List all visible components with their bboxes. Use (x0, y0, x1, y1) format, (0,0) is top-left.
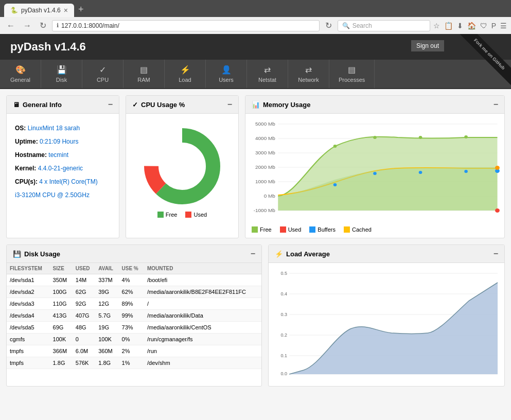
reader-icon[interactable]: 📋 (444, 22, 453, 30)
bookmark-star-icon[interactable]: ☆ (433, 22, 440, 30)
table-cell: 1.8G (95, 357, 118, 369)
load-chart-container: 0.5 0.4 0.3 0.2 0.1 0.0 (269, 263, 504, 386)
disk-header: 💾 Disk Usage − (7, 245, 261, 263)
app-header: pyDash v1.4.6 Sign out Fork me on GitHub (0, 34, 511, 60)
shield-icon[interactable]: 🛡 (480, 22, 487, 30)
cpu-model-row: i3-3120M CPU @ 2.50GHz (15, 189, 111, 201)
general-info-minimize[interactable]: − (108, 100, 113, 109)
tab-disk[interactable]: 💾 Disk (41, 60, 82, 88)
table-cell: /run (144, 345, 261, 357)
os-label: OS: (15, 125, 26, 132)
search-box[interactable]: 🔍 Search (338, 20, 430, 31)
table-cell: 99% (119, 310, 144, 322)
kernel-row: Kernel: 4.4.0-21-generic (15, 162, 111, 174)
tab-ram-label: RAM (137, 77, 150, 83)
memory-end-dot (495, 208, 500, 213)
download-icon[interactable]: ⬇ (457, 22, 463, 30)
pocket-icon[interactable]: P (491, 22, 496, 30)
disk-icon: 💾 (57, 65, 67, 75)
forward-button[interactable]: → (21, 20, 34, 31)
load-icon: ⚡ (180, 65, 190, 75)
main-content: 🖥 General Info − OS: LinuxMint 18 sarah … (0, 89, 511, 399)
kernel-value: 4.4.0-21-generic (38, 165, 83, 172)
cpu-usage-body: Free Used (126, 114, 238, 229)
new-tab-button[interactable]: + (74, 2, 88, 17)
cpu-usage-panel: ✓ CPU Usage % − (126, 95, 239, 238)
mem-free-legend: Free (252, 226, 272, 233)
tab-network[interactable]: ⇄ Network (288, 60, 329, 88)
tab-netstat-label: Netstat (258, 77, 276, 83)
tab-general[interactable]: 🎨 General (0, 60, 41, 88)
svg-text:0.2: 0.2 (281, 332, 288, 338)
cpu-free-dot (157, 212, 164, 218)
cpu-used-dot (185, 212, 191, 218)
mem-used-legend: Used (280, 226, 302, 233)
table-cell: 39G (95, 286, 118, 298)
table-cell: /media/aaronkilik/CentOS (144, 322, 261, 334)
tab-users[interactable]: 👤 Users (206, 60, 247, 88)
table-cell: 100G (50, 286, 73, 298)
svg-text:0 Mb: 0 Mb (264, 193, 275, 198)
table-cell: 89% (119, 298, 144, 310)
table-cell: 6.0M (73, 345, 95, 357)
svg-point-2 (160, 144, 205, 189)
tab-netstat[interactable]: ⇄ Netstat (247, 60, 288, 88)
tab-ram[interactable]: ▤ RAM (124, 60, 165, 88)
load-icon: ⚡ (275, 250, 283, 258)
mem-free-dot (252, 226, 258, 233)
back-button[interactable]: ← (4, 20, 17, 31)
col-used: USED (73, 263, 95, 274)
table-cell: 19G (95, 322, 118, 334)
processes-icon: ▤ (348, 65, 356, 75)
table-cell: 62% (119, 286, 144, 298)
disk-usage-panel: 💾 Disk Usage − FILESYSTEM SIZE USED AVAI… (6, 244, 262, 387)
tab-network-label: Network (298, 77, 319, 83)
table-cell: 69G (50, 322, 73, 334)
table-row: tmpfs366M6.0M360M2%/run (7, 345, 261, 357)
table-cell: 350M (50, 274, 73, 286)
memory-minimize[interactable]: − (494, 100, 498, 109)
tab-processes[interactable]: ▤ Processes (329, 60, 375, 88)
cpu-usage-minimize[interactable]: − (227, 100, 232, 109)
tab-favicon: 🐍 (10, 7, 18, 14)
menu-icon[interactable]: ☰ (500, 22, 507, 30)
tab-load[interactable]: ⚡ Load (165, 60, 206, 88)
table-cell: 413G (50, 310, 73, 322)
mem-buffers-label: Buffers (318, 226, 336, 233)
disk-title: Disk Usage (24, 250, 60, 258)
load-minimize[interactable]: − (494, 249, 498, 258)
uptime-row: Uptime: 0:21:09 Hours (15, 135, 111, 148)
reload-button[interactable]: ↻ (323, 20, 334, 31)
col-avail: AVAIL (95, 263, 118, 274)
mem-used-dot (280, 226, 286, 233)
disk-minimize[interactable]: − (251, 249, 255, 258)
refresh-button[interactable]: ↻ (37, 20, 49, 31)
svg-text:0.4: 0.4 (281, 291, 288, 296)
general-info-header: 🖥 General Info − (7, 96, 119, 114)
home-icon[interactable]: 🏠 (467, 22, 476, 30)
tab-load-label: Load (179, 77, 191, 83)
table-cell: tmpfs (7, 345, 50, 357)
browser-tab[interactable]: 🐍 pyDash v1.4.6 × (4, 4, 74, 17)
mem-cached-legend: Cached (344, 226, 372, 233)
table-cell: /run/cgmanager/fs (144, 334, 261, 345)
sign-out-button[interactable]: Sign out (411, 40, 444, 51)
memory-free-dot1 (333, 145, 337, 148)
uptime-value: 0:21:09 Hours (40, 138, 78, 145)
table-row: /dev/sda569G48G19G73%/media/aaronkilik/C… (7, 322, 261, 334)
table-cell: 0% (119, 334, 144, 345)
load-area (289, 283, 498, 374)
general-info-body: OS: LinuxMint 18 sarah Uptime: 0:21:09 H… (7, 114, 119, 211)
tab-cpu[interactable]: ✓ CPU (82, 60, 124, 88)
browser-nav-bar: ← → ↻ ℹ 127.0.0.1:8000/main/ ↻ 🔍 Search … (0, 17, 511, 34)
table-cell: 100K (95, 334, 118, 345)
table-cell: /dev/sda5 (7, 322, 50, 334)
tab-close-icon[interactable]: × (64, 6, 68, 14)
url-bar[interactable]: ℹ 127.0.0.1:8000/main/ (52, 20, 320, 31)
memory-chart-container: 5000 Mb 4000 Mb 3000 Mb 2000 Mb 1000 Mb … (245, 114, 504, 222)
table-cell: 62G (73, 286, 95, 298)
cpu-donut-chart (141, 125, 223, 207)
table-row: /dev/sda1350M14M337M4%/boot/efi (7, 274, 261, 286)
load-chart: 0.5 0.4 0.3 0.2 0.1 0.0 (273, 267, 500, 380)
table-cell: 407G (73, 310, 95, 322)
